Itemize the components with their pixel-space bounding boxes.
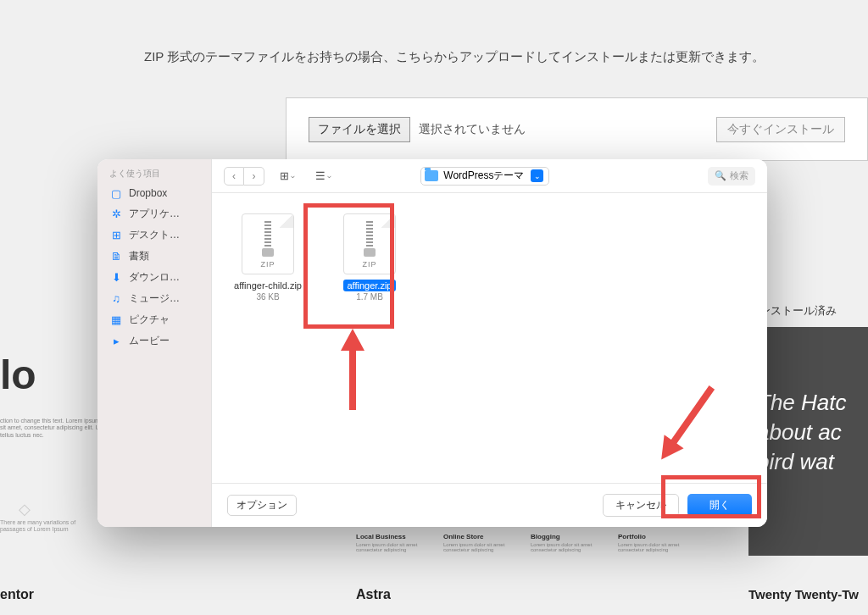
file-status: 選択されていません [419,122,526,137]
chevron-down-icon: ⌵ [291,172,295,180]
search-placeholder: 検索 [730,169,748,182]
sidebar-item-label: アプリケ… [129,207,180,221]
sidebar-item-label: デスクト… [129,228,180,242]
group-icon: ☰ [315,169,326,182]
sidebar-item-label: Dropbox [129,187,167,199]
forward-button[interactable]: › [244,167,264,186]
file-grid: ZIPaffinger-child.zip36 KBZIPaffinger.zi… [212,193,767,483]
file-size: 36 KB [222,292,314,302]
music-icon: ♫ [109,292,123,306]
download-icon: ⬇ [109,271,123,285]
view-mode-button[interactable]: ⊞⌵ [275,167,300,186]
sidebar-title: よく使う項目 [97,168,211,183]
back-button[interactable]: ‹ [224,167,244,186]
desktop-icon: ⊞ [109,229,123,242]
sidebar-item-apps[interactable]: ✲アプリケ… [97,203,211,224]
sidebar-item-desktop[interactable]: ⊞デスクト… [97,224,211,246]
toolbar: ‹ › ⊞⌵ ☰⌵ WordPressテーマ ⌄ 🔍 検索 [212,159,767,193]
chevron-down-icon: ⌵ [327,172,331,180]
bg-entor: entor [0,587,34,602]
dropbox-icon: ▢ [109,186,123,200]
sidebar-item-label: 書類 [129,249,149,263]
diamond-icon: ◇ [19,500,31,518]
open-button[interactable]: 開く [687,494,752,517]
file-item[interactable]: ZIPaffinger.zip1.7 MB [324,213,415,302]
chevron-up-down-icon: ⌄ [531,169,543,182]
search-icon: 🔍 [715,170,726,181]
bg-categories: Local BusinessLorem ipsum dolor sit amet… [356,533,682,552]
movies-icon: ▸ [109,335,123,348]
grid-icon: ⊞ [280,169,289,182]
bg-astra: Astra [356,587,391,602]
dialog-footer: オプション キャンセル 開く [212,483,767,527]
path-selector[interactable]: WordPressテーマ ⌄ [420,167,549,186]
folder-icon [425,170,438,181]
zip-file-icon: ZIP [242,213,294,274]
file-name: affinger-child.zip [231,280,305,291]
zip-file-icon: ZIP [343,213,396,274]
upload-box: ファイルを選択 選択されていません 今すぐインストール [286,97,868,161]
install-now-button[interactable]: 今すぐインストール [716,117,845,142]
group-button[interactable]: ☰⌵ [310,167,337,186]
search-input[interactable]: 🔍 検索 [708,167,755,186]
sidebar-item-download[interactable]: ⬇ダウンロ… [97,267,211,288]
bg-hello-text: ello [0,352,36,398]
options-button[interactable]: オプション [227,495,297,516]
pictures-icon: ▦ [109,313,123,327]
cancel-button[interactable]: キャンセル [603,494,679,517]
file-item[interactable]: ZIPaffinger-child.zip36 KB [222,213,314,302]
sidebar-item-label: ミュージ… [129,291,180,306]
sidebar-item-movies[interactable]: ▸ムービー [97,330,211,352]
nav-buttons: ‹ › [224,167,264,186]
sidebar-item-label: ムービー [129,334,170,348]
finder-main: ‹ › ⊞⌵ ☰⌵ WordPressテーマ ⌄ 🔍 検索 ZIPaffinge… [211,159,767,527]
sidebar-item-dropbox[interactable]: ▢Dropbox [97,183,211,203]
upload-heading: ZIP 形式のテーマファイルをお持ちの場合、こちらからアップロードしてインストー… [144,49,868,65]
sidebar-item-label: ダウンロ… [129,270,180,285]
bg-twenty: Twenty Twenty-Tw [748,587,859,601]
path-label: WordPressテーマ [443,169,524,183]
doc-icon: 🗎 [109,250,123,263]
bg-vari: There are many variations of passages of… [0,519,102,534]
apps-icon: ✲ [109,208,123,221]
sidebar-item-music[interactable]: ♫ミュージ… [97,288,211,309]
choose-file-button[interactable]: ファイルを選択 [309,117,410,142]
sidebar-item-doc[interactable]: 🗎書類 [97,246,211,267]
file-name: affinger.zip [343,280,395,291]
sidebar: よく使う項目 ▢Dropbox✲アプリケ…⊞デスクト…🗎書類⬇ダウンロ…♫ミュー… [97,159,211,527]
sidebar-item-label: ピクチャ [129,313,170,327]
file-size: 1.7 MB [324,292,415,302]
sidebar-item-pictures[interactable]: ▦ピクチャ [97,309,211,330]
finder-dialog: よく使う項目 ▢Dropbox✲アプリケ…⊞デスクト…🗎書類⬇ダウンロ…♫ミュー… [97,159,767,527]
